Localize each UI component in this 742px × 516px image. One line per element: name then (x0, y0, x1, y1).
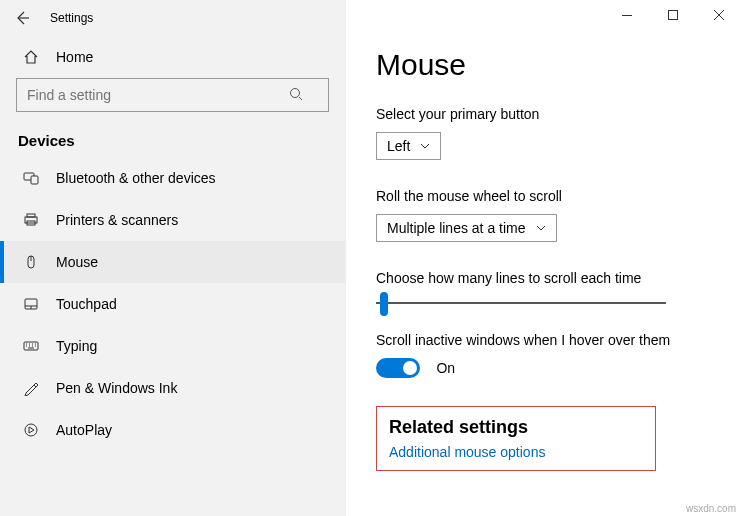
wheel-value: Multiple lines at a time (387, 220, 526, 236)
sidebar-item-label: Bluetooth & other devices (56, 170, 216, 186)
sidebar-item-label: Typing (56, 338, 97, 354)
toggle-knob (403, 361, 417, 375)
home-nav-item[interactable]: Home (0, 36, 345, 78)
section-header: Devices (0, 120, 345, 157)
sidebar-item-label: Mouse (56, 254, 98, 270)
mouse-icon (20, 254, 42, 270)
touchpad-icon (20, 296, 42, 312)
autoplay-icon (20, 422, 42, 438)
sidebar-item-touchpad[interactable]: Touchpad (0, 283, 345, 325)
sidebar-item-label: AutoPlay (56, 422, 112, 438)
sidebar-item-autoplay[interactable]: AutoPlay (0, 409, 345, 451)
sidebar-item-typing[interactable]: Typing (0, 325, 345, 367)
svg-point-11 (25, 424, 37, 436)
primary-button-value: Left (387, 138, 410, 154)
wheel-label: Roll the mouse wheel to scroll (376, 188, 712, 204)
back-button[interactable] (10, 6, 34, 30)
wheel-select[interactable]: Multiple lines at a time (376, 214, 557, 242)
lines-slider[interactable] (376, 302, 666, 304)
chevron-down-icon (420, 143, 430, 149)
sidebar-item-label: Touchpad (56, 296, 117, 312)
page-title: Mouse (376, 48, 712, 82)
related-title: Related settings (389, 417, 643, 438)
watermark: wsxdn.com (686, 503, 736, 514)
search-input[interactable] (16, 78, 329, 112)
window-title: Settings (50, 11, 93, 25)
sidebar-item-label: Pen & Windows Ink (56, 380, 177, 396)
sidebar-item-printers[interactable]: Printers & scanners (0, 199, 345, 241)
sidebar-item-pen[interactable]: Pen & Windows Ink (0, 367, 345, 409)
svg-rect-4 (31, 176, 38, 184)
slider-thumb[interactable] (380, 292, 388, 316)
home-icon (20, 49, 42, 65)
sidebar-item-mouse[interactable]: Mouse (0, 241, 345, 283)
printer-icon (20, 212, 42, 228)
chevron-down-icon (536, 225, 546, 231)
toggle-state-label: On (436, 360, 455, 376)
primary-button-select[interactable]: Left (376, 132, 441, 160)
related-settings-box: Related settings Additional mouse option… (376, 406, 656, 471)
devices-icon (20, 170, 42, 186)
pen-icon (20, 380, 42, 396)
lines-label: Choose how many lines to scroll each tim… (376, 270, 712, 286)
sidebar-item-label: Printers & scanners (56, 212, 178, 228)
inactive-toggle[interactable] (376, 358, 420, 378)
inactive-label: Scroll inactive windows when I hover ove… (376, 332, 712, 348)
home-label: Home (56, 49, 93, 65)
sidebar-item-bluetooth[interactable]: Bluetooth & other devices (0, 157, 345, 199)
primary-button-label: Select your primary button (376, 106, 712, 122)
additional-mouse-options-link[interactable]: Additional mouse options (389, 444, 643, 460)
svg-rect-6 (27, 214, 35, 217)
keyboard-icon (20, 338, 42, 354)
